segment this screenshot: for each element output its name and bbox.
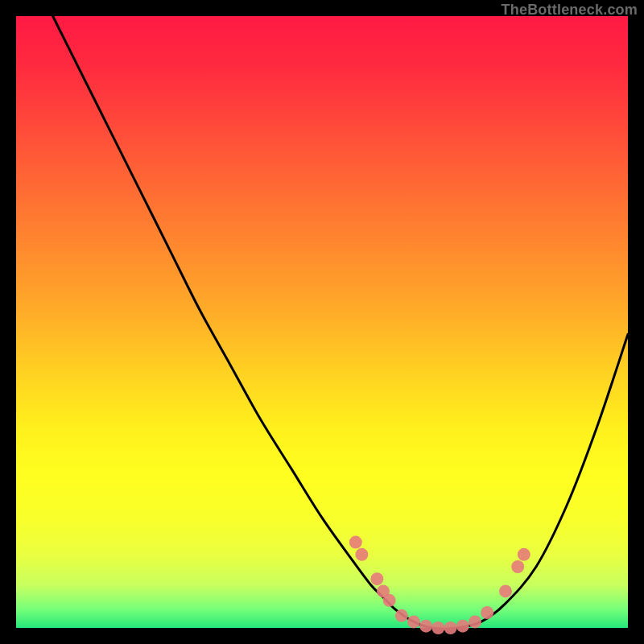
chart-frame: TheBottleneck.com [0, 0, 644, 644]
marker-dot [499, 584, 512, 597]
marker-dot [370, 572, 383, 585]
marker-dot [511, 560, 524, 573]
marker-dot [444, 621, 457, 634]
marker-dot [407, 615, 420, 628]
marker-dot [395, 609, 408, 622]
marker-dot [469, 615, 481, 628]
chart-svg [16, 16, 628, 628]
marker-dot [481, 606, 493, 619]
attribution-text: TheBottleneck.com [502, 2, 638, 19]
marker-dot [383, 594, 396, 607]
marker-dot [355, 548, 368, 561]
bottleneck-curve [53, 16, 628, 629]
marker-dot [431, 621, 444, 634]
marker-dot [518, 548, 530, 561]
marker-dot [349, 536, 362, 549]
marker-dot [456, 620, 469, 633]
marker-dot [419, 620, 432, 633]
marker-group [349, 536, 530, 634]
